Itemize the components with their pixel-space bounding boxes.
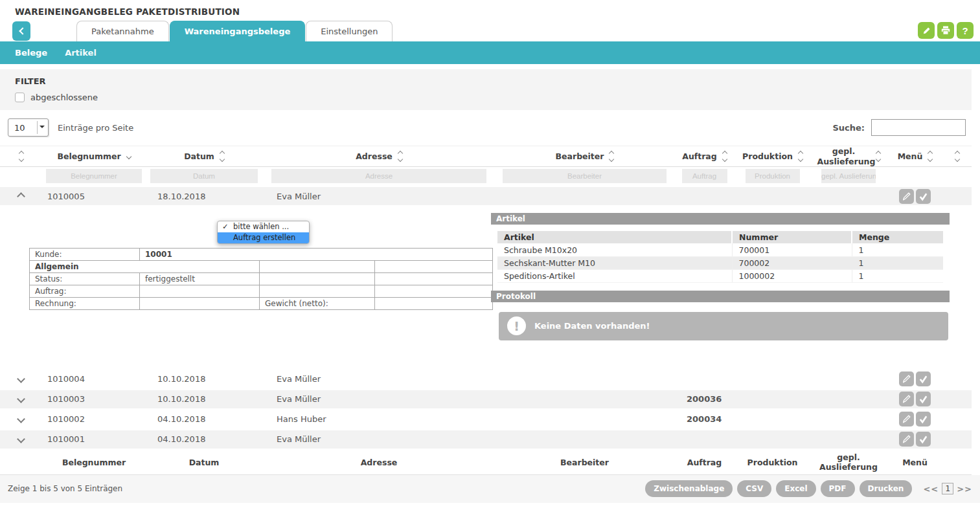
- pdf-export-button[interactable]: PDF: [821, 480, 855, 497]
- sort-desc-icon: [126, 153, 131, 159]
- print-button[interactable]: [937, 22, 954, 39]
- row-complete-button[interactable]: [916, 392, 931, 406]
- dropdown-option-auftrag-erstellen[interactable]: Auftrag erstellen: [218, 232, 309, 243]
- footer-menu: Menü: [887, 449, 942, 474]
- row-complete-button[interactable]: [916, 432, 931, 447]
- chevron-up-icon: [17, 192, 25, 201]
- filter-bearbeiter-input[interactable]: [503, 169, 667, 183]
- filter-gepl-auslieferung-input[interactable]: [821, 169, 876, 183]
- back-button[interactable]: [12, 21, 30, 41]
- dropdown-option-bitte-waehlen[interactable]: ✓ bitte wählen ...: [218, 221, 309, 232]
- gewicht-label: Gewicht (netto):: [260, 298, 375, 310]
- pagination-next[interactable]: >>: [957, 484, 972, 494]
- filter-datum-input[interactable]: [150, 169, 258, 183]
- filter-produktion-input[interactable]: [746, 169, 800, 183]
- excel-export-button[interactable]: Excel: [776, 480, 815, 497]
- header-produktion[interactable]: Produktion: [735, 146, 810, 167]
- adresse-cell: Hans Huber: [262, 409, 496, 429]
- row-edit-button[interactable]: [899, 371, 914, 386]
- row-complete-button[interactable]: [916, 412, 931, 427]
- header-menu[interactable]: Menü: [887, 146, 942, 167]
- pagination-page-1[interactable]: 1: [942, 483, 953, 494]
- belegnummer-cell: 1010001: [42, 429, 146, 449]
- sort-icon: [610, 151, 613, 161]
- page-size-select[interactable]: 10: [8, 118, 49, 137]
- subnav-artikel[interactable]: Artikel: [65, 48, 97, 58]
- results-info: Zeige 1 bis 5 von 5 Einträgen: [8, 484, 122, 493]
- header-expander[interactable]: [0, 146, 42, 167]
- sort-icon: [799, 151, 803, 161]
- table-header-row: Belegnummer Datum Adresse Bearbeiter Auf…: [0, 146, 972, 167]
- pencil-icon: [901, 414, 912, 425]
- header-belegnummer[interactable]: Belegnummer: [42, 146, 146, 167]
- filter-belegnummer-input[interactable]: [46, 169, 141, 183]
- footer-bar: Zeige 1 bis 5 von 5 Einträgen Zwischenab…: [0, 475, 980, 503]
- artikel-row: Sechskant-Mutter M10 700002 1: [497, 256, 943, 269]
- adresse-cell: Eva Müller: [262, 186, 496, 206]
- check-icon: [918, 373, 929, 384]
- tab-einstellungen[interactable]: Einstellungen: [306, 21, 393, 41]
- help-button[interactable]: ?: [957, 22, 974, 39]
- expand-row-button[interactable]: [16, 392, 27, 406]
- rechnung-label: Rechnung:: [30, 298, 140, 310]
- header-adresse[interactable]: Adresse: [262, 146, 496, 167]
- header-bearbeiter[interactable]: Bearbeiter: [496, 146, 674, 167]
- tab-paketannahme[interactable]: Paketannahme: [76, 21, 169, 41]
- adresse-cell: Eva Müller: [262, 389, 496, 409]
- auftrag-cell: [674, 429, 735, 449]
- print-export-button[interactable]: Drucken: [860, 480, 913, 497]
- status-label: Status:: [30, 273, 140, 285]
- abgeschlossene-checkbox[interactable]: [15, 93, 25, 102]
- header-gepl-auslieferung[interactable]: gepl. Auslieferung: [810, 146, 887, 167]
- belegnummer-cell: 1010004: [42, 369, 146, 389]
- gewicht-value: [375, 298, 493, 310]
- header-auftrag[interactable]: Auftrag: [674, 146, 735, 167]
- artikel-col-header: Artikel: [497, 231, 732, 243]
- expand-row-button[interactable]: [16, 432, 27, 447]
- page-size-value: 10: [14, 123, 25, 133]
- auftrag-label: Auftrag:: [30, 285, 140, 298]
- collapse-row-button[interactable]: [16, 189, 27, 204]
- csv-export-button[interactable]: CSV: [737, 480, 771, 497]
- table-row: 1010001 04.10.2018 Eva Müller: [0, 429, 972, 449]
- belege-table: Belegnummer Datum Adresse Bearbeiter Auf…: [0, 146, 972, 475]
- header-datum[interactable]: Datum: [146, 146, 262, 167]
- action-dropdown: ✓ bitte wählen ... Auftrag erstellen: [217, 221, 310, 244]
- row-complete-button[interactable]: [916, 189, 931, 204]
- row-edit-button[interactable]: [899, 412, 914, 427]
- column-filter-row: [0, 167, 972, 186]
- auftrag-cell: [674, 369, 735, 389]
- row-edit-button[interactable]: [899, 392, 914, 406]
- pagination-prev[interactable]: <<: [923, 484, 939, 494]
- sort-icon: [928, 151, 932, 161]
- subnav-belege[interactable]: Belege: [15, 48, 47, 58]
- table-row: 1010005 18.10.2018 Eva Müller: [0, 186, 972, 206]
- filter-adresse-input[interactable]: [271, 169, 486, 183]
- search-input[interactable]: [871, 119, 966, 136]
- footer-adresse: Adresse: [262, 449, 496, 474]
- edit-button[interactable]: [918, 22, 935, 39]
- check-icon: [918, 394, 929, 405]
- row-edit-button[interactable]: [899, 432, 914, 447]
- abgeschlossene-label: abgeschlossene: [30, 93, 98, 102]
- footer-bearbeiter: Bearbeiter: [496, 449, 674, 474]
- pencil-icon: [901, 394, 912, 405]
- row-edit-button[interactable]: [899, 189, 914, 204]
- expand-row-button[interactable]: [16, 371, 27, 386]
- clipboard-export-button[interactable]: Zwischenablage: [645, 480, 733, 497]
- filter-auftrag-input[interactable]: [682, 169, 727, 183]
- filter-title: FILTER: [15, 76, 972, 86]
- check-icon: [918, 434, 929, 445]
- expand-row-button[interactable]: [16, 412, 27, 427]
- tab-wareneingangsbelege[interactable]: Wareneingangsbelege: [170, 21, 306, 41]
- protokoll-panel-header: Protokoll: [491, 291, 950, 302]
- header-extra[interactable]: [942, 146, 972, 167]
- datum-cell: 04.10.2018: [146, 409, 262, 429]
- sort-icon: [220, 151, 224, 161]
- artikel-table: Artikel Nummer Menge Schraube M10x20 700…: [497, 231, 943, 283]
- auftrag-cell: 200034: [674, 409, 735, 429]
- datum-cell: 10.10.2018: [146, 369, 262, 389]
- table-row: 1010003 10.10.2018 Eva Müller 200036: [0, 389, 972, 409]
- row-complete-button[interactable]: [916, 371, 931, 386]
- pencil-icon: [922, 26, 931, 36]
